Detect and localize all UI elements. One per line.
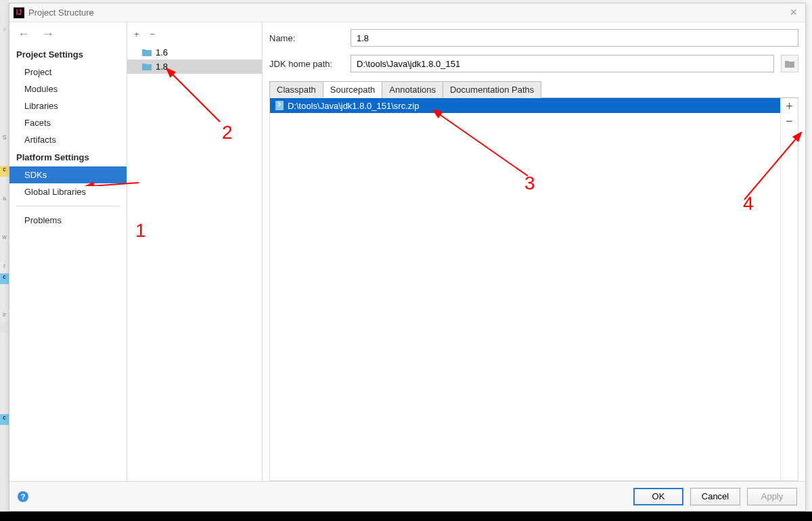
help-icon[interactable]: ? bbox=[18, 491, 28, 502]
sidebar-divider bbox=[16, 206, 120, 206]
home-path-input[interactable] bbox=[351, 55, 774, 72]
platform-settings-heading: Platform Settings bbox=[9, 148, 127, 166]
nav-forward-icon[interactable]: → bbox=[42, 27, 54, 41]
sidebar-item-project[interactable]: Project bbox=[9, 64, 127, 81]
sourcepath-value: D:\tools\Java\jdk1.8.0_151\src.zip bbox=[288, 101, 419, 111]
tab-sourcepath[interactable]: Sourcepath bbox=[323, 81, 383, 98]
tabs: Classpath Sourcepath Annotations Documen… bbox=[269, 81, 798, 98]
sidebar-item-facets[interactable]: Facets bbox=[9, 114, 127, 131]
list-buttons: + − bbox=[780, 98, 798, 480]
apply-button[interactable]: Apply bbox=[747, 488, 797, 505]
titlebar: IJ Project Structure × bbox=[9, 3, 805, 22]
close-icon[interactable]: × bbox=[786, 5, 801, 20]
app-icon: IJ bbox=[14, 7, 24, 18]
tab-documentation-paths[interactable]: Documentation Paths bbox=[443, 81, 541, 98]
sourcepath-content: D:\tools\Java\jdk1.8.0_151\src.zip + − bbox=[269, 98, 798, 481]
cancel-button[interactable]: Cancel bbox=[690, 488, 740, 505]
sidebar-item-problems[interactable]: Problems bbox=[9, 212, 127, 229]
browse-button[interactable] bbox=[781, 55, 798, 72]
sidebar-item-sdks[interactable]: SDKs bbox=[9, 166, 127, 183]
main-panel: Name: JDK home path: Classpath Sourcepat… bbox=[263, 22, 805, 481]
svg-rect-3 bbox=[278, 105, 279, 106]
name-input[interactable] bbox=[351, 29, 798, 47]
project-structure-window: IJ Project Structure × ← → Project Setti… bbox=[9, 3, 806, 512]
sdk-list: 1.6 1.8 bbox=[127, 45, 262, 481]
add-sdk-icon[interactable]: + bbox=[134, 29, 139, 39]
sdk-list-panel: + − 1.6 1.8 bbox=[127, 22, 263, 481]
sdk-item-1-6[interactable]: 1.6 bbox=[127, 45, 262, 60]
archive-icon bbox=[275, 101, 284, 110]
sdk-item-label: 1.6 bbox=[156, 47, 168, 58]
sidebar-item-artifacts[interactable]: Artifacts bbox=[9, 131, 127, 148]
home-path-label: JDK home path: bbox=[269, 59, 344, 69]
folder-open-icon bbox=[785, 60, 794, 68]
window-title: Project Structure bbox=[28, 7, 786, 18]
folder-icon bbox=[142, 63, 152, 70]
dialog-footer: ? OK Cancel Apply bbox=[9, 481, 805, 511]
sourcepath-list[interactable]: D:\tools\Java\jdk1.8.0_151\src.zip bbox=[270, 98, 780, 480]
svg-rect-1 bbox=[278, 102, 279, 104]
nav-arrows: ← → bbox=[9, 22, 127, 45]
project-settings-heading: Project Settings bbox=[9, 45, 127, 64]
name-label: Name: bbox=[269, 33, 344, 43]
ok-button[interactable]: OK bbox=[633, 488, 683, 505]
sdk-toolbar: + − bbox=[127, 22, 262, 45]
nav-back-icon[interactable]: ← bbox=[18, 27, 30, 41]
sidebar: ← → Project Settings Project Modules Lib… bbox=[9, 22, 127, 481]
sdk-item-label: 1.8 bbox=[156, 62, 168, 72]
remove-path-icon[interactable]: − bbox=[786, 116, 793, 127]
folder-icon bbox=[142, 49, 152, 56]
sidebar-item-global-libraries[interactable]: Global Libraries bbox=[9, 183, 127, 200]
sdk-item-1-8[interactable]: 1.8 bbox=[127, 60, 262, 74]
sidebar-item-libraries[interactable]: Libraries bbox=[9, 97, 127, 114]
sidebar-item-modules[interactable]: Modules bbox=[9, 81, 127, 97]
remove-sdk-icon[interactable]: − bbox=[150, 29, 156, 39]
add-path-icon[interactable]: + bbox=[786, 101, 793, 112]
left-gutter: v S c a w r c ir c bbox=[0, 0, 9, 521]
tab-classpath[interactable]: Classpath bbox=[269, 81, 323, 98]
sourcepath-row[interactable]: D:\tools\Java\jdk1.8.0_151\src.zip bbox=[270, 98, 780, 113]
tab-annotations[interactable]: Annotations bbox=[382, 81, 443, 98]
svg-rect-2 bbox=[279, 104, 281, 105]
taskbar bbox=[0, 512, 812, 521]
